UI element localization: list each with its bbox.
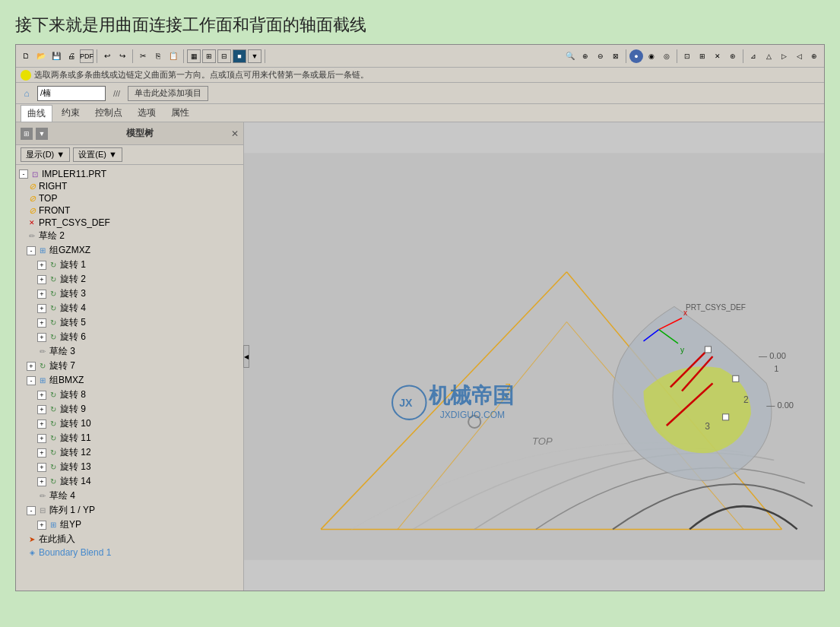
viewport-3d[interactable]: x y PRT_CSYS_DEF — 0.00 1 — 0.00 7 2 3 T…: [244, 122, 824, 591]
expand-r3[interactable]: +: [37, 290, 46, 299]
expand-r4[interactable]: +: [37, 304, 46, 313]
expand-r6[interactable]: +: [37, 333, 46, 342]
tree-item-rotate13[interactable]: + ↻ 旋转 13: [16, 460, 243, 474]
tab-curve[interactable]: 曲线: [21, 105, 52, 122]
tree-item-rotate10[interactable]: + ↻ 旋转 10: [16, 416, 243, 431]
datum-icon4[interactable]: ⊛: [726, 49, 740, 63]
expand-yp[interactable]: +: [37, 521, 46, 530]
collapse-handle[interactable]: ◀: [243, 345, 249, 368]
expand-r2[interactable]: +: [37, 275, 46, 284]
expand-r14[interactable]: +: [37, 477, 46, 486]
tree-item-rotate11[interactable]: + ↻ 旋转 11: [16, 431, 243, 445]
view-icon3[interactable]: ⊖: [594, 49, 607, 63]
tab-options[interactable]: 选项: [132, 105, 162, 121]
misc-icon2[interactable]: △: [762, 49, 775, 63]
tree-item-sketch2[interactable]: ✏ 草绘 2: [16, 229, 243, 243]
cut-icon[interactable]: ✂: [136, 49, 150, 63]
label-rotate7: 旋转 7: [49, 359, 75, 372]
view-icon2[interactable]: ⊕: [578, 49, 592, 63]
datum-icon2[interactable]: ⊞: [696, 49, 709, 63]
tree-item-rotate9[interactable]: + ↻ 旋转 9: [16, 402, 243, 416]
tab-properties[interactable]: 属性: [165, 105, 195, 121]
tree-item-blend[interactable]: ◈ Boundary Blend 1: [16, 546, 243, 559]
tree-item-group-bmxz[interactable]: - ⊞ 组BMXZ: [16, 373, 243, 388]
expand-r12[interactable]: +: [37, 448, 46, 458]
expand-r11[interactable]: +: [37, 434, 46, 443]
icon-right-plane: ⊘: [27, 181, 37, 192]
feature-icon3[interactable]: ⊟: [217, 49, 231, 63]
expand-r13[interactable]: +: [37, 463, 46, 472]
feature-icon5[interactable]: ▼: [248, 49, 262, 63]
tab-constraint[interactable]: 约束: [55, 105, 86, 121]
tree-item-top[interactable]: ⊘ TOP: [16, 192, 243, 204]
settings-button[interactable]: 设置(E) ▼: [73, 147, 122, 162]
add-item-button[interactable]: 单击此处添加项目: [128, 86, 208, 101]
expand-r1[interactable]: +: [37, 261, 46, 270]
expand-r7[interactable]: +: [27, 362, 36, 371]
feature-name-input[interactable]: [37, 86, 106, 101]
tree-item-rotate1[interactable]: + ↻ 旋转 1: [16, 258, 243, 272]
svg-rect-9: [705, 347, 711, 353]
tree-item-sketch3[interactable]: ✏ 草绘 3: [16, 344, 243, 359]
new-icon[interactable]: 🗋: [19, 49, 33, 63]
tree-item-rotate4[interactable]: + ↻ 旋转 4: [16, 301, 243, 315]
expand-array1[interactable]: -: [27, 506, 36, 515]
tree-item-right[interactable]: ⊘ RIGHT: [16, 180, 243, 192]
open-icon[interactable]: 📂: [34, 49, 48, 63]
panel-close-icon[interactable]: ✕: [231, 128, 239, 139]
tree-item-rotate5[interactable]: + ↻ 旋转 5: [16, 315, 243, 330]
render-icon2[interactable]: ◎: [660, 49, 674, 63]
save-icon[interactable]: 💾: [49, 49, 63, 63]
expand-gzmxz[interactable]: -: [27, 246, 36, 255]
label-rotate1: 旋转 1: [60, 258, 86, 271]
tree-item-rotate7[interactable]: + ↻ 旋转 7: [16, 359, 243, 373]
view-icon1[interactable]: 🔍: [563, 49, 577, 63]
shading-icon[interactable]: ●: [629, 49, 643, 63]
misc-icon5[interactable]: ⊕: [807, 49, 821, 63]
redo-icon[interactable]: ↪: [116, 49, 129, 63]
datum-icon1[interactable]: ⊡: [680, 49, 694, 63]
pdf-icon[interactable]: PDF: [80, 49, 94, 63]
tree-item-rotate6[interactable]: + ↻ 旋转 6: [16, 330, 243, 344]
tree-item-rotate3[interactable]: + ↻ 旋转 3: [16, 287, 243, 301]
display-button[interactable]: 显示(D) ▼: [21, 147, 70, 162]
tree-content[interactable]: - ⊡ IMPLER11.PRT ⊘ RIGHT ⊘ TOP ⊘ FRONT: [16, 165, 243, 591]
feature-icon2[interactable]: ⊞: [202, 49, 216, 63]
panel-icon1[interactable]: ⊞: [21, 128, 33, 140]
expand-r8[interactable]: +: [37, 391, 46, 400]
icon-rotate12: ↻: [48, 448, 59, 458]
tree-item-rotate12[interactable]: + ↻ 旋转 12: [16, 445, 243, 460]
misc-icon3[interactable]: ▷: [777, 49, 791, 63]
tab-control-point[interactable]: 控制点: [89, 105, 128, 121]
tree-item-array1[interactable]: - ⊟ 阵列 1 / YP: [16, 503, 243, 518]
expand-r10[interactable]: +: [37, 420, 46, 429]
tree-item-group-gzmxz[interactable]: - ⊞ 组GZMXZ: [16, 243, 243, 258]
tree-item-root[interactable]: - ⊡ IMPLER11.PRT: [16, 168, 243, 180]
print-icon[interactable]: 🖨: [65, 49, 78, 63]
tree-item-sketch4[interactable]: ✏ 草绘 4: [16, 489, 243, 503]
feature-icon1[interactable]: ▦: [187, 49, 201, 63]
datum-icon3[interactable]: ✕: [711, 49, 724, 63]
expand-bmxz[interactable]: -: [27, 376, 36, 385]
tree-item-rotate2[interactable]: + ↻ 旋转 2: [16, 272, 243, 287]
expand-r5[interactable]: +: [37, 318, 46, 328]
misc-icon1[interactable]: ⊿: [746, 49, 760, 63]
tree-item-front[interactable]: ⊘ FRONT: [16, 204, 243, 217]
undo-icon[interactable]: ↩: [100, 49, 114, 63]
tree-item-group-yp[interactable]: + ⊞ 组YP: [16, 518, 243, 532]
paste-icon[interactable]: 📋: [166, 49, 180, 63]
tree-item-csys[interactable]: ✕ PRT_CSYS_DEF: [16, 217, 243, 229]
copy-icon[interactable]: ⎘: [151, 49, 165, 63]
misc-icon4[interactable]: ◁: [792, 49, 806, 63]
tree-item-rotate14[interactable]: + ↻ 旋转 14: [16, 474, 243, 489]
render-icon1[interactable]: ◉: [645, 49, 658, 63]
label-rotate5: 旋转 5: [60, 316, 86, 329]
feature-icon4[interactable]: ■: [233, 49, 246, 63]
view-icon4[interactable]: ⊠: [609, 49, 623, 63]
tree-item-insert[interactable]: ➤ 在此插入: [16, 532, 243, 546]
panel-icon2[interactable]: ▼: [36, 128, 48, 140]
expand-r9[interactable]: +: [37, 405, 46, 414]
label-root: IMPLER11.PRT: [42, 169, 106, 179]
tree-item-rotate8[interactable]: + ↻ 旋转 8: [16, 388, 243, 402]
expand-root[interactable]: -: [19, 169, 28, 179]
